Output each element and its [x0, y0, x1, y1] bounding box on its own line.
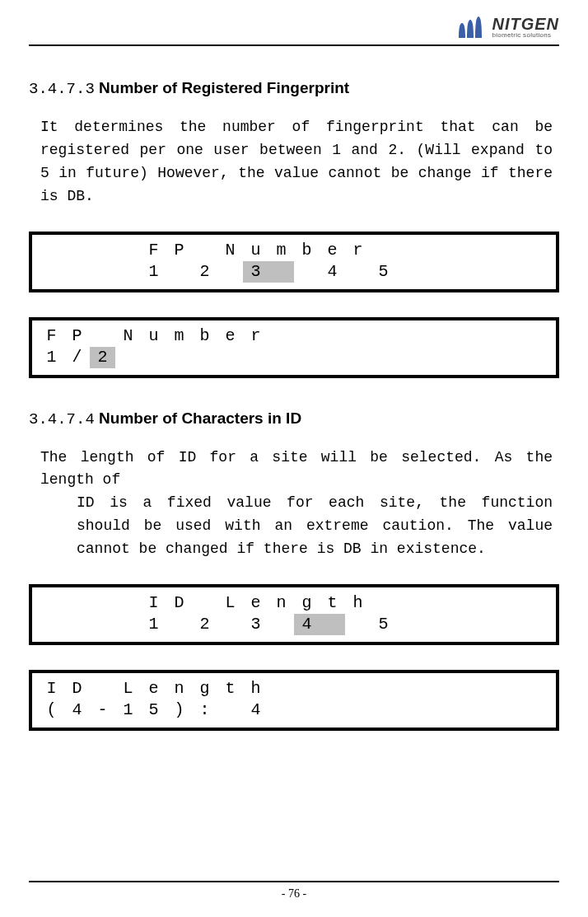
body2-rest: ID is a fixed value for each site, the f… — [40, 492, 553, 561]
lcd-cell — [192, 347, 217, 368]
lcd-cell: ) — [166, 699, 192, 721]
lcd-cell — [396, 699, 422, 721]
lcd-cell: 5 — [371, 261, 396, 283]
section-body-1: It determines the number of fingerprint … — [29, 116, 559, 208]
lcd-cell — [422, 347, 447, 368]
lcd-cell: h — [345, 592, 371, 614]
lcd-cell: P — [166, 240, 192, 261]
logo-icon — [457, 15, 487, 40]
lcd-cell: 3 — [243, 261, 268, 283]
lcd-cell: 2 — [192, 614, 217, 635]
lcd-cell — [345, 699, 371, 721]
lcd-cell — [371, 325, 396, 347]
lcd-cell — [64, 614, 90, 635]
lcd-cell: ( — [39, 699, 64, 721]
lcd-cell — [422, 592, 447, 614]
lcd-cell — [192, 592, 217, 614]
lcd-cell: g — [294, 592, 320, 614]
lcd-cell: b — [294, 240, 320, 261]
lcd-cell: L — [115, 678, 141, 699]
lcd-cell — [268, 261, 294, 283]
lcd-cell — [320, 614, 345, 635]
lcd-cell — [396, 347, 422, 368]
lcd-cell: 2 — [90, 347, 115, 368]
lcd-cell — [447, 240, 473, 261]
lcd-cell — [320, 678, 345, 699]
lcd-cell — [39, 240, 64, 261]
lcd-row: (4-15):4 — [39, 699, 549, 721]
lcd-cell: 1 — [39, 347, 64, 368]
lcd-cell — [422, 678, 447, 699]
lcd-cell: - — [90, 699, 115, 721]
lcd-cell — [422, 240, 447, 261]
lcd-cell — [90, 614, 115, 635]
lcd-cell — [64, 261, 90, 283]
section-body-2: The length of ID for a site will be sele… — [29, 447, 559, 561]
lcd-cell: n — [268, 592, 294, 614]
lcd-cell: 1 — [141, 614, 166, 635]
lcd-cell: 4 — [243, 699, 268, 721]
brand-name: NITGEN — [492, 16, 559, 32]
lcd-cell — [294, 325, 320, 347]
lcd-cell — [115, 240, 141, 261]
page-footer: - 76 - — [29, 881, 559, 901]
lcd-cell — [39, 261, 64, 283]
lcd-cell: r — [345, 240, 371, 261]
lcd-cell: u — [243, 240, 268, 261]
section-title-1: 3.4.7.3 Number of Registered Fingerprint — [29, 79, 559, 98]
lcd-cell — [422, 614, 447, 635]
lcd-cell: N — [217, 240, 243, 261]
lcd-cell — [243, 347, 268, 368]
lcd-cell — [371, 347, 396, 368]
lcd-cell — [320, 347, 345, 368]
lcd-row: IDLength — [39, 592, 549, 614]
brand-logo: NITGEN biometric solutions — [457, 15, 559, 40]
lcd-cell — [371, 240, 396, 261]
lcd-row: 12345 — [39, 614, 549, 635]
lcd-cell — [39, 592, 64, 614]
lcd-cell: 4 — [320, 261, 345, 283]
lcd-cell: / — [64, 347, 90, 368]
lcd-cell — [90, 592, 115, 614]
lcd-cell: r — [243, 325, 268, 347]
lcd-cell: F — [39, 325, 64, 347]
lcd-cell — [396, 261, 422, 283]
lcd-cell — [268, 325, 294, 347]
lcd-cell — [115, 614, 141, 635]
lcd-cell: b — [192, 325, 217, 347]
lcd-cell — [294, 347, 320, 368]
lcd-row: 12345 — [39, 261, 549, 283]
lcd-cell: h — [243, 678, 268, 699]
lcd-cell — [39, 614, 64, 635]
lcd-cell — [294, 699, 320, 721]
body2-line1: The length of ID for a site will be sele… — [40, 447, 553, 493]
section-title-2: 3.4.7.4 Number of Characters in ID — [29, 409, 559, 428]
lcd-cell — [320, 325, 345, 347]
lcd-cell — [115, 261, 141, 283]
page-number: - 76 - — [282, 887, 306, 900]
lcd-cell — [90, 678, 115, 699]
lcd-cell — [166, 261, 192, 283]
lcd-cell: 5 — [371, 614, 396, 635]
lcd-cell: 2 — [192, 261, 217, 283]
section-num-1: 3.4.7.3 — [29, 80, 95, 98]
lcd-cell — [447, 261, 473, 283]
lcd-display-3: IDLength12345 — [29, 584, 559, 645]
lcd-row: 1/2 — [39, 347, 549, 368]
lcd-cell — [141, 347, 166, 368]
lcd-cell — [345, 614, 371, 635]
lcd-row: IDLength — [39, 678, 549, 699]
lcd-cell — [371, 678, 396, 699]
lcd-cell — [371, 592, 396, 614]
lcd-cell — [268, 347, 294, 368]
lcd-cell — [166, 614, 192, 635]
lcd-cell — [345, 678, 371, 699]
lcd-cell — [90, 240, 115, 261]
lcd-cell — [217, 261, 243, 283]
lcd-cell: 4 — [64, 699, 90, 721]
lcd-cell: I — [141, 592, 166, 614]
lcd-cell: N — [115, 325, 141, 347]
lcd-cell: 5 — [141, 699, 166, 721]
lcd-cell — [268, 699, 294, 721]
section-heading-1: Number of Registered Fingerprint — [99, 79, 349, 96]
